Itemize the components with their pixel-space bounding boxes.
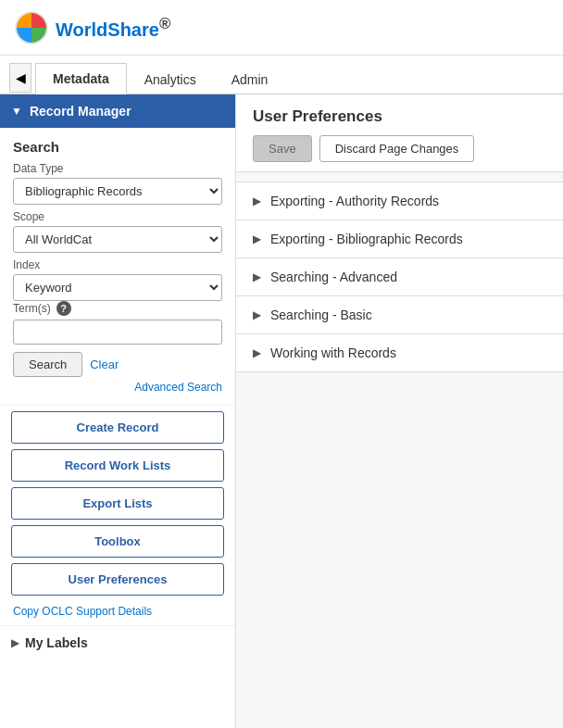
support-link[interactable]: Copy OCLC Support Details: [0, 601, 235, 625]
pref-arrow-icon: ▶: [253, 232, 261, 245]
pref-item-searching-advanced[interactable]: ▶ Searching - Advanced: [236, 258, 563, 296]
search-title: Search: [13, 139, 222, 155]
terms-row: Term(s) ?: [13, 301, 222, 316]
pref-item-exporting-authority[interactable]: ▶ Exporting - Authority Records: [236, 182, 563, 220]
worldshare-logo-icon: [15, 11, 48, 44]
discard-button[interactable]: Discard Page Changes: [319, 135, 475, 162]
pref-item-searching-basic[interactable]: ▶ Searching - Basic: [236, 296, 563, 334]
pref-label: Searching - Basic: [270, 308, 372, 322]
pref-arrow-icon: ▶: [253, 346, 261, 359]
sidebar: ▼ Record Manager Search Data Type Biblio…: [0, 94, 236, 728]
pref-arrow-icon: ▶: [253, 195, 261, 207]
my-labels-section[interactable]: ▶ My Labels: [0, 625, 235, 659]
search-buttons: Search Clear: [13, 352, 222, 377]
sidebar-item-create-record[interactable]: Create Record: [11, 411, 224, 444]
tab-metadata[interactable]: Metadata: [35, 63, 127, 94]
page-title: User Preferences: [253, 107, 546, 126]
terms-help-icon[interactable]: ?: [56, 301, 71, 316]
search-button[interactable]: Search: [13, 352, 82, 377]
scope-label: Scope: [13, 210, 222, 223]
clear-button[interactable]: Clear: [90, 353, 119, 376]
tab-admin[interactable]: Admin: [214, 64, 286, 94]
pref-label: Exporting - Bibliographic Records: [270, 232, 463, 246]
record-manager-label: Record Manager: [30, 104, 131, 119]
collapse-icon: ◀: [16, 70, 26, 85]
my-labels-arrow-icon: ▶: [11, 636, 19, 649]
record-manager-header[interactable]: ▼ Record Manager: [0, 94, 235, 128]
pref-label: Exporting - Authority Records: [270, 194, 439, 208]
pref-items-list: ▶ Exporting - Authority Records ▶ Export…: [236, 182, 563, 372]
scope-select[interactable]: All WorldCat My Library: [13, 226, 222, 253]
nav-tabs: ◀ Metadata Analytics Admin: [0, 56, 563, 94]
logo-text: WorldShare®: [56, 15, 170, 41]
index-select[interactable]: Keyword Title Author ISBN: [13, 274, 222, 301]
record-manager-arrow-icon: ▼: [11, 105, 22, 118]
save-button[interactable]: Save: [253, 135, 312, 162]
search-section: Search Data Type Bibliographic Records A…: [0, 128, 235, 406]
tab-analytics[interactable]: Analytics: [127, 64, 214, 94]
sidebar-item-record-work-lists[interactable]: Record Work Lists: [11, 449, 224, 482]
advanced-search-link[interactable]: Advanced Search: [13, 381, 222, 394]
logo: WorldShare®: [15, 11, 170, 44]
pref-label: Searching - Advanced: [270, 270, 397, 284]
pref-item-working-with-records[interactable]: ▶ Working with Records: [236, 334, 563, 372]
pref-arrow-icon: ▶: [253, 270, 261, 283]
terms-input[interactable]: [13, 320, 222, 345]
sidebar-item-export-lists[interactable]: Export Lists: [11, 487, 224, 520]
main-layout: ▼ Record Manager Search Data Type Biblio…: [0, 94, 563, 728]
sidebar-item-user-preferences[interactable]: User Preferences: [11, 563, 224, 596]
pref-label: Working with Records: [270, 345, 396, 360]
my-labels-label: My Labels: [25, 635, 88, 650]
index-label: Index: [13, 258, 222, 271]
content-header: User Preferences Save Discard Page Chang…: [236, 94, 563, 172]
content-actions: Save Discard Page Changes: [253, 135, 546, 162]
data-type-select[interactable]: Bibliographic Records Authority Records: [13, 178, 222, 205]
pref-item-exporting-bibliographic[interactable]: ▶ Exporting - Bibliographic Records: [236, 220, 563, 258]
pref-arrow-icon: ▶: [253, 308, 261, 321]
app-header: WorldShare®: [0, 0, 563, 56]
content-area: User Preferences Save Discard Page Chang…: [236, 94, 563, 728]
terms-label: Term(s): [13, 302, 51, 315]
data-type-label: Data Type: [13, 162, 222, 175]
sidebar-item-toolbox[interactable]: Toolbox: [11, 525, 224, 558]
sidebar-collapse-button[interactable]: ◀: [9, 63, 31, 93]
